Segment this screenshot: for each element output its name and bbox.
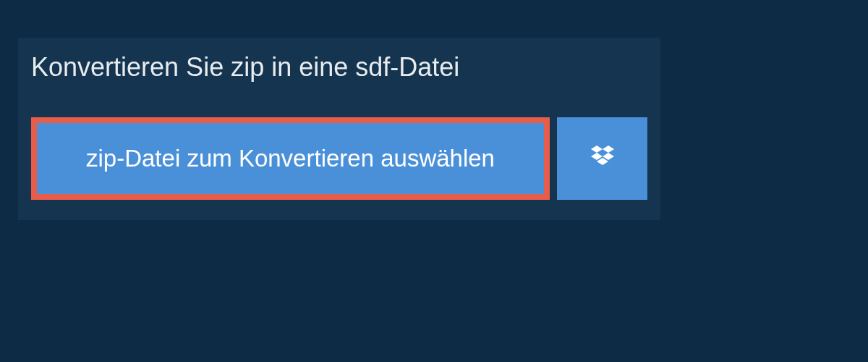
page-title: Konvertieren Sie zip in eine sdf-Datei xyxy=(31,52,459,83)
file-select-row: zip-Datei zum Konvertieren auswählen xyxy=(18,97,660,220)
select-file-button[interactable]: zip-Datei zum Konvertieren auswählen xyxy=(31,117,550,200)
dropbox-icon xyxy=(588,143,617,174)
dropbox-button[interactable] xyxy=(557,117,647,200)
converter-panel: Konvertieren Sie zip in eine sdf-Datei z… xyxy=(18,38,660,220)
select-file-label: zip-Datei zum Konvertieren auswählen xyxy=(86,145,495,172)
title-bar: Konvertieren Sie zip in eine sdf-Datei xyxy=(18,38,481,97)
